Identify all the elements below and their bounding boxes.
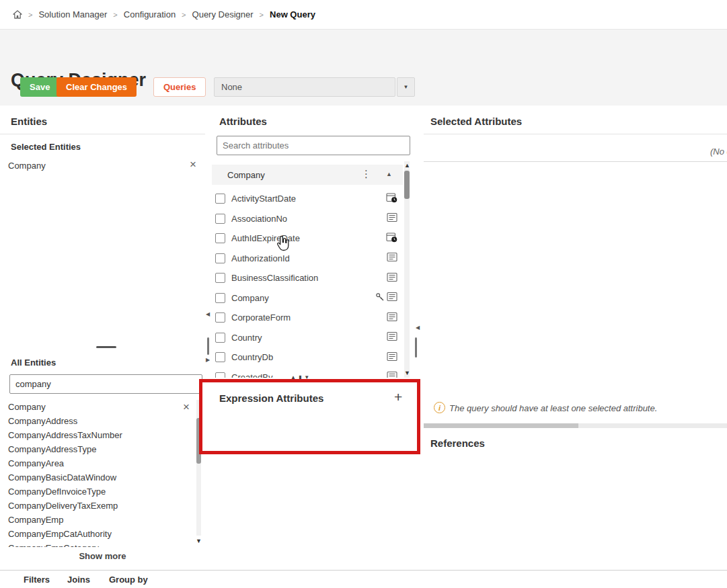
entity-list-scrollbar[interactable] [196,400,201,536]
column-splitter[interactable] [207,337,209,355]
scroll-up-icon[interactable]: ▲ [404,163,410,169]
remove-entity-icon[interactable]: × [183,403,190,412]
column-splitter[interactable] [415,337,417,358]
entity-name: CompanyAddress [8,416,77,426]
scrollbar-thumb[interactable] [424,423,578,428]
entity-list-item[interactable]: CompanyEmp [0,513,195,527]
divider [424,134,727,134]
all-entities-title: All Entities [11,358,56,368]
attribute-checkbox[interactable] [215,352,225,362]
entities-panel-title: Entities [11,116,47,127]
entity-list-item[interactable]: CompanyAddressType [0,442,195,456]
list-icon [387,272,397,284]
tab-filters[interactable]: Filters [24,575,50,585]
scrollbar-thumb[interactable] [404,171,410,199]
chevron-down-icon: ▼ [404,84,409,90]
query-select-dropdown-button[interactable]: ▼ [397,77,415,97]
attribute-label: BusinessClassification [231,273,318,283]
attributes-list: ActivityStartDate AssociationNo AuthIdEx… [212,189,403,378]
bottom-tab-bar: Filters Joins Group by [0,570,727,588]
home-icon[interactable] [13,10,22,19]
breadcrumb-current-new-query: New Query [270,9,315,19]
attribute-search-input[interactable] [217,136,410,155]
add-expression-attribute-button[interactable]: + [394,389,402,405]
selected-entities-title: Selected Entities [11,142,81,152]
entity-list-item[interactable]: CompanyArea [0,456,195,470]
entity-list-item[interactable]: CompanyEmpCategory [0,541,195,547]
entity-list-item[interactable]: Company × [0,400,195,414]
attribute-checkbox[interactable] [215,194,225,204]
collapse-left-icon[interactable]: ◀ [206,311,210,317]
attribute-checkbox[interactable] [215,293,225,303]
horizontal-scrollbar[interactable] [424,423,727,428]
attribute-group-header[interactable]: Company ⋮ ▲ [212,165,403,185]
panel-resize-handle[interactable] [96,346,116,348]
clear-changes-button[interactable]: Clear Changes [56,77,137,97]
entity-name: CompanyEmpCategory [8,543,99,547]
entity-list-item[interactable]: CompanyAddressTaxNumber [0,428,195,442]
tab-group-by[interactable]: Group by [109,575,148,585]
entity-list-item[interactable]: CompanyEmpCatAuthority [0,527,195,541]
entity-list-item[interactable]: CompanyAddress [0,414,195,428]
attribute-list-scrollbar[interactable]: ▲ ▼ [404,161,410,378]
selected-entity-row[interactable]: Company [8,161,200,171]
attribute-label: CorporateForm [231,312,291,323]
attribute-row[interactable]: ActivityStartDate [212,189,403,209]
references-title: References [430,437,485,449]
entity-list-item[interactable]: CompanyDeliveryTaxExemp [0,499,195,513]
attribute-label: AuthIdExpireDate [231,233,300,243]
attribute-checkbox[interactable] [215,253,225,263]
entity-name: CompanyDefInvoiceType [8,487,106,497]
attribute-checkbox[interactable] [215,372,225,378]
attribute-checkbox[interactable] [215,233,225,243]
entity-list-item[interactable]: CompanyBasicDataWindow [0,470,195,485]
attribute-checkbox[interactable] [215,273,225,283]
entity-search-input[interactable] [9,374,202,394]
attribute-row[interactable]: BusinessClassification [212,268,403,288]
scroll-down-icon[interactable]: ▼ [404,370,410,376]
horizontal-panel-splitter[interactable]: ▲▮▼ [291,374,312,380]
divider [0,134,205,134]
expand-right-icon[interactable]: ▶ [206,357,210,363]
attribute-label: CreatedBy [231,372,272,378]
key-icon [375,292,385,304]
attribute-checkbox[interactable] [215,333,225,343]
breadcrumb-separator: > [28,11,32,19]
attribute-checkbox[interactable] [215,312,225,323]
entity-list-item[interactable]: CompanyDefInvoiceType [0,485,195,499]
breadcrumb-separator: > [260,11,264,19]
collapse-group-icon[interactable]: ▲ [386,171,392,177]
kebab-menu-icon[interactable]: ⋮ [361,168,371,180]
attribute-row[interactable]: AuthIdExpireDate [212,228,403,249]
query-select[interactable]: None [214,77,395,97]
save-button[interactable]: Save [20,77,59,97]
attribute-row[interactable]: Company [212,288,403,308]
validation-warning-text: The query should have at least one selec… [449,403,657,413]
attribute-label: AuthorizationId [231,253,290,263]
show-more-button[interactable]: Show more [0,551,205,561]
attribute-label: ActivityStartDate [231,194,296,204]
attribute-row[interactable]: CountryDb [212,347,403,368]
breadcrumb: > Solution Manager > Configuration > Que… [0,0,727,30]
breadcrumb-item-solution-manager[interactable]: Solution Manager [38,9,107,19]
selected-entity-name: Company [8,161,46,171]
tab-joins[interactable]: Joins [67,575,90,585]
scrollbar-thumb[interactable] [196,418,201,464]
breadcrumb-item-query-designer[interactable]: Query Designer [192,9,254,19]
entity-name: CompanyBasicDataWindow [8,472,116,482]
remove-selected-entity-icon[interactable]: × [190,160,196,169]
attribute-row[interactable]: Country [212,328,403,348]
list-icon [387,252,397,264]
collapse-left-icon[interactable]: ◀ [416,325,420,331]
attribute-row[interactable]: AssociationNo [212,209,403,229]
attribute-row[interactable]: AuthorizationId [212,249,403,269]
attribute-checkbox[interactable] [215,214,225,224]
attribute-row[interactable]: CorporateForm [212,308,403,328]
scroll-down-icon[interactable]: ▼ [196,538,202,544]
queries-button[interactable]: Queries [153,77,206,97]
no-selected-attributes-hint: (No c [710,146,727,157]
breadcrumb-item-configuration[interactable]: Configuration [124,9,176,19]
info-icon: i [434,402,445,413]
entity-name: CompanyAddressTaxNumber [8,430,122,440]
attribute-label: CountryDb [231,352,273,362]
